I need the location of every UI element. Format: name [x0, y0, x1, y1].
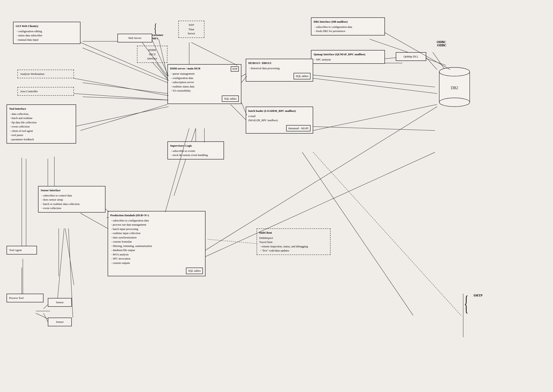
svg-line-16	[65, 228, 74, 285]
hubgui-sql-tables: SQL tables	[294, 73, 311, 79]
odbc-label: ODBC	[437, 43, 446, 47]
db2-item-2: feeds DB2 for persistence	[314, 29, 382, 33]
qumap-interface-box: Qumap Interface (QUMAP_RPC mailbox) SPC …	[311, 50, 385, 64]
hubclient-box: HubClient DmhInspect TraceClient remote …	[257, 228, 331, 255]
svg-line-3	[83, 83, 167, 94]
db2-interface-list: subscribes to configuration data feeds D…	[314, 25, 382, 33]
batch-loader-box: batch loader (LOADER_RPC mailbox) e-mail…	[246, 107, 313, 133]
dmh-item-1: queue management	[171, 72, 239, 76]
svg-line-21	[302, 74, 435, 87]
supervisory-list: subscribes to events stock & custom even…	[170, 149, 221, 157]
analysis-workstation-title: Analysis Workstation	[20, 72, 71, 76]
pd-item-8: database/file output	[111, 248, 203, 252]
svg-point-32	[439, 67, 470, 76]
svg-line-35	[152, 62, 169, 80]
sensor-interface-box: Sensor Interface subscribes to control d…	[38, 186, 105, 212]
area-controller-box: Area Controller	[17, 87, 74, 96]
svg-line-39	[76, 107, 169, 126]
svg-line-56	[43, 313, 48, 322]
svg-line-20	[302, 126, 435, 131]
sensor-interface-list: subscribes to control data does sensor s…	[41, 193, 103, 210]
dmh-item-5: Tcl extensibility	[171, 89, 239, 93]
production-datahub-list: subscribes to configuration data process…	[110, 218, 203, 265]
smtp-curly-open: {	[464, 294, 468, 313]
tool-item-1: data collection,	[10, 112, 74, 116]
tool-agent-box: Tool Agent	[7, 246, 37, 254]
qumap-dll-title: QuMap DLL	[398, 54, 424, 59]
tool-item-2: batch and realtime	[10, 116, 74, 120]
svg-line-4	[83, 97, 167, 100]
tool-item-3: ftp data file collection	[10, 120, 74, 125]
web-server-title: Web Server	[120, 36, 150, 40]
batch-loader-title: batch loader (LOADER_RPC mailbox)	[248, 109, 311, 113]
customer-line2: MFS	[152, 37, 163, 40]
pd-item-2: process run data management	[111, 223, 203, 227]
smtp-group: { SMTP	[461, 294, 483, 313]
svg-line-14	[80, 213, 108, 228]
qumap-item-1: SPC analysis	[314, 57, 382, 62]
qumap-interface-list: SPC analysis	[314, 57, 382, 62]
db2-label: DB2	[451, 86, 458, 90]
db2-interface-title: DB2 Interface (DB mailbox)	[314, 20, 382, 24]
supervisory-item-2: stock & custom event handling	[171, 153, 221, 157]
dmh-list: queue management configuration data subs…	[170, 72, 239, 93]
pd-item-11: custom outputs	[111, 261, 203, 265]
hubclient-item-2: "live" code/data updates	[260, 248, 328, 253]
smtp-label: SMTP	[473, 294, 483, 297]
hsms-secs-box: HSMS SECS interface	[137, 46, 167, 63]
sensor1-box: Sensor	[48, 298, 72, 307]
svg-line-55	[43, 305, 48, 309]
svg-line-9	[230, 105, 246, 120]
pd-item-7: filtering, trimming, summarization	[111, 244, 203, 248]
gui-item-3: manual data input	[16, 38, 78, 42]
architecture-diagram: GUI Web Client(s) configuration editing …	[0, 0, 553, 392]
dmh-server-title: DMH server / main HUB	[170, 66, 200, 71]
svg-line-46	[313, 105, 437, 131]
pd-item-10: SPC invocation	[111, 257, 203, 261]
hubclient-title: HubClient	[259, 231, 328, 235]
tool-item-7: parameter feedback	[10, 137, 74, 142]
dmh-item-2: configuration data	[171, 76, 239, 80]
sensor2-title: Sensor	[50, 320, 69, 324]
supervisory-logic-box: Supervisory Logic subscribes to events s…	[167, 141, 224, 160]
gui-item-2: status data subscriber	[16, 33, 78, 38]
gui-item-1: configuration editing	[16, 29, 78, 34]
tool-item-5: client of tool agent	[10, 129, 74, 133]
svg-line-48	[385, 58, 396, 59]
qumap-interface-title: Qumap Interface (QUMAP_RPC mailbox)	[314, 52, 382, 56]
email-mailbox: (MAILER_RPC mailbox)	[248, 118, 311, 122]
svg-line-37	[74, 78, 169, 96]
pd-item-3: batch input processing	[111, 227, 203, 231]
svg-line-44	[385, 33, 450, 70]
sensor1-title: Sensor	[50, 300, 69, 305]
svg-line-10	[174, 128, 196, 196]
area-controller-title: Area Controller	[20, 89, 71, 94]
gui-web-clients-title: GUI Web Client(s)	[16, 24, 78, 28]
ntp-time-server-box: NTP Time Server	[178, 21, 204, 38]
pd-item-4: realtime input collection	[111, 231, 203, 235]
gui-web-clients-box: GUI Web Client(s) configuration editing …	[13, 22, 80, 44]
db2-item-1: subscribes to configuration data	[314, 25, 382, 29]
db2-cylinder: DB2	[437, 65, 472, 109]
hsms-line3: interface	[140, 56, 165, 61]
sensor2-box: Sensor	[48, 318, 72, 326]
analysis-workstation-box: Analysis Workstation	[17, 70, 74, 78]
hubclient-line2: DmhInspect	[259, 236, 328, 240]
email-label: e-mail	[248, 114, 311, 118]
hsms-line2: SECS	[140, 52, 165, 56]
dmh-ntp-label: NTP	[231, 66, 239, 72]
svg-line-58	[313, 152, 461, 315]
hsms-line1: HSMS	[140, 48, 165, 52]
production-datahub-title: Production Datahub (HUB<N>)	[110, 213, 203, 217]
svg-line-36	[191, 42, 237, 65]
hubclient-item-1: remote inspection, status, and debugging	[260, 244, 328, 249]
hubclient-list: remote inspection, status, and debugging…	[259, 244, 328, 253]
hubgui-list: historical data processing	[248, 66, 311, 70]
supervisory-title: Supervisory Logic	[170, 144, 221, 148]
web-server-box: Web Server	[118, 34, 152, 42]
hubclient-line3: TraceClient	[259, 240, 328, 244]
tool-interface-list: data collection, batch and realtime ftp …	[9, 112, 74, 142]
svg-line-43	[165, 128, 189, 212]
dmh-server-box: DMH server / main HUB NTP queue manageme…	[167, 64, 241, 104]
tool-item-6: tool pause	[10, 133, 74, 137]
